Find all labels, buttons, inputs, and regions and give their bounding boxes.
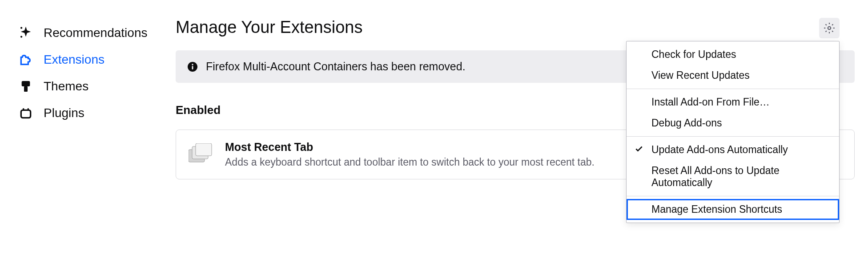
- menu-reset-update-auto[interactable]: Reset All Add-ons to Update Automaticall…: [627, 160, 839, 193]
- notice-text: Firefox Multi-Account Containers has bee…: [206, 60, 466, 73]
- svg-rect-3: [24, 86, 28, 92]
- svg-rect-4: [21, 110, 30, 118]
- svg-point-0: [20, 27, 22, 29]
- check-icon: [635, 144, 643, 156]
- svg-point-7: [828, 27, 831, 30]
- svg-rect-13: [196, 143, 212, 156]
- puzzle-icon: [18, 52, 34, 68]
- menu-check-updates[interactable]: Check for Updates: [627, 44, 839, 65]
- sidebar: Recommendations Extensions Themes: [13, 18, 171, 179]
- svg-rect-10: [192, 66, 193, 69]
- extension-icon: [189, 143, 213, 163]
- sparkle-icon: [18, 25, 34, 41]
- menu-view-recent-updates[interactable]: View Recent Updates: [627, 65, 839, 86]
- menu-debug-addons[interactable]: Debug Add-ons: [627, 113, 839, 134]
- menu-item-label: Update Add-ons Automatically: [651, 144, 788, 155]
- sidebar-item-label: Extensions: [44, 53, 104, 67]
- main-content: Manage Your Extensions Check for Updates…: [171, 18, 855, 179]
- brush-icon: [18, 78, 34, 94]
- sidebar-item-recommendations[interactable]: Recommendations: [13, 20, 171, 46]
- page-title: Manage Your Extensions: [176, 18, 855, 37]
- sidebar-item-extensions[interactable]: Extensions: [13, 46, 171, 73]
- svg-point-9: [192, 64, 193, 65]
- sidebar-item-label: Plugins: [44, 106, 84, 120]
- menu-update-automatically[interactable]: Update Add-ons Automatically: [627, 139, 839, 160]
- settings-dropdown: Check for Updates View Recent Updates In…: [626, 41, 840, 223]
- gear-icon: [824, 22, 835, 34]
- sidebar-item-label: Themes: [44, 79, 88, 93]
- menu-manage-shortcuts[interactable]: Manage Extension Shortcuts: [627, 199, 839, 220]
- sidebar-item-themes[interactable]: Themes: [13, 73, 171, 100]
- info-icon: [187, 61, 198, 72]
- svg-rect-2: [22, 81, 30, 86]
- svg-point-1: [20, 36, 22, 37]
- menu-install-from-file[interactable]: Install Add-on From File…: [627, 92, 839, 113]
- plugin-icon: [18, 105, 34, 121]
- sidebar-item-label: Recommendations: [44, 26, 147, 40]
- sidebar-item-plugins[interactable]: Plugins: [13, 100, 171, 126]
- settings-gear-button[interactable]: [819, 18, 840, 38]
